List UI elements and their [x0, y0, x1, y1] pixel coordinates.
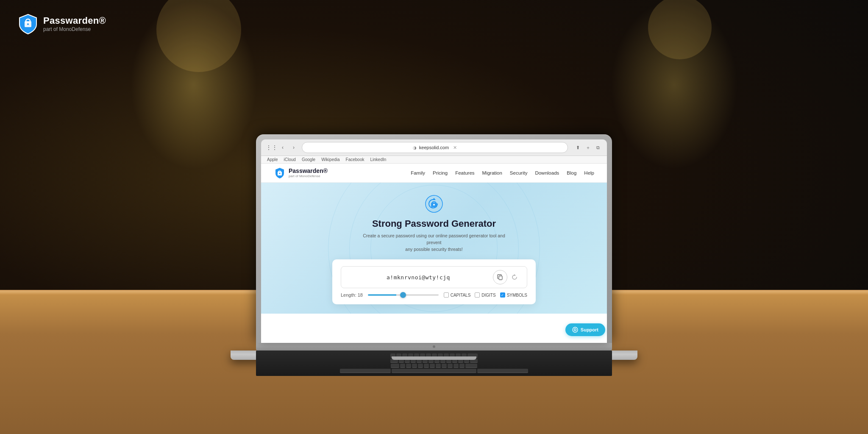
laptop: ⋮⋮ ‹ › ◑ keepsolid.com ✕ ⬆ ＋ ⧉ Apple	[231, 134, 637, 368]
password-field: a!mknrvnoi@wty!cjq	[341, 266, 527, 288]
laptop-screen-outer: ⋮⋮ ‹ › ◑ keepsolid.com ✕ ⬆ ＋ ⧉ Apple	[256, 134, 612, 343]
refresh-button[interactable]	[507, 270, 522, 284]
nav-blog[interactable]: Blog	[567, 170, 576, 175]
capitals-checkbox-item[interactable]: CAPITALS	[444, 292, 471, 298]
watermark-text: Passwarden® part of MonoDefense	[43, 15, 106, 32]
nav-help[interactable]: Help	[584, 170, 594, 175]
nav-features[interactable]: Features	[455, 170, 474, 175]
password-value: a!mknrvnoi@wty!cjq	[346, 274, 490, 281]
copy-button[interactable]	[493, 270, 507, 284]
digits-checkbox-item[interactable]: DIGITS	[475, 292, 495, 298]
tabs-button[interactable]: ⧉	[593, 143, 603, 152]
grid-button[interactable]: ⋮⋮	[267, 143, 276, 152]
site-nav-links: Family Pricing Features Migration Securi…	[411, 170, 594, 175]
support-label: Support	[581, 327, 598, 332]
laptop-bottom-bezel	[256, 343, 612, 351]
pg-controls: Length: 18 CAPITALS DIGITS	[341, 292, 527, 298]
digits-checkbox[interactable]	[475, 292, 480, 298]
length-label: Length: 18	[341, 292, 363, 298]
new-tab-button[interactable]: ＋	[583, 143, 593, 152]
hero-section: Strong Password Generator Create a secur…	[261, 183, 607, 314]
digits-label: DIGITS	[481, 293, 495, 298]
share-button[interactable]: ⬆	[573, 143, 582, 152]
svg-point-12	[574, 329, 576, 331]
nav-migration[interactable]: Migration	[482, 170, 502, 175]
password-generator-widget: a!mknrvnoi@wty!cjq	[332, 259, 536, 304]
hero-subtitle: Create a secure password using our onlin…	[362, 233, 506, 253]
website-content: Passwarden® part of MonoDefense Family P…	[261, 164, 607, 343]
browser-chrome: ⋮⋮ ‹ › ◑ keepsolid.com ✕ ⬆ ＋ ⧉	[261, 139, 607, 156]
laptop-screen: ⋮⋮ ‹ › ◑ keepsolid.com ✕ ⬆ ＋ ⧉ Apple	[261, 139, 607, 343]
svg-point-2	[27, 23, 29, 25]
laptop-camera	[433, 345, 435, 348]
site-nav: Passwarden® part of MonoDefense Family P…	[261, 164, 607, 183]
back-button[interactable]: ‹	[278, 143, 287, 152]
bookmark-apple[interactable]: Apple	[267, 157, 278, 162]
capitals-label: CAPITALS	[451, 293, 471, 298]
nav-pricing[interactable]: Pricing	[433, 170, 448, 175]
bookmark-icloud[interactable]: iCloud	[284, 157, 296, 162]
svg-point-8	[433, 204, 435, 206]
bookmark-linkedin[interactable]: LinkedIn	[370, 157, 386, 162]
capitals-checkbox[interactable]	[444, 292, 449, 298]
symbols-checkbox-item[interactable]: ✓ SYMBOLS	[500, 292, 527, 298]
watermark-logo: Passwarden® part of MonoDefense	[17, 13, 106, 35]
symbols-checkbox[interactable]: ✓	[500, 292, 505, 298]
svg-point-4	[279, 173, 281, 174]
symbols-label: SYMBOLS	[507, 293, 527, 298]
address-icon: ◑	[413, 145, 417, 150]
nav-downloads[interactable]: Downloads	[535, 170, 559, 175]
site-logo-icon	[274, 167, 286, 179]
laptop-base	[231, 351, 637, 360]
bookmark-wikipedia[interactable]: Wikipedia	[321, 157, 339, 162]
bookmark-google[interactable]: Google	[302, 157, 315, 162]
support-button[interactable]: Support	[565, 323, 605, 336]
bookmark-facebook[interactable]: Facebook	[346, 157, 364, 162]
site-logo: Passwarden® part of MonoDefense	[274, 167, 328, 179]
svg-point-11	[573, 327, 578, 332]
checkbox-group: CAPITALS DIGITS ✓ SYMBOLS	[444, 292, 527, 298]
nav-family[interactable]: Family	[411, 170, 425, 175]
browser-nav: ⋮⋮ ‹ ›	[267, 143, 298, 152]
clear-icon: ✕	[453, 145, 457, 150]
keyboard-area	[256, 351, 612, 376]
url-text: keepsolid.com	[419, 145, 449, 150]
address-bar[interactable]: ◑ keepsolid.com ✕	[302, 142, 568, 153]
length-slider[interactable]	[368, 294, 439, 296]
nav-security[interactable]: Security	[510, 170, 528, 175]
watermark-shield-icon	[17, 13, 39, 35]
forward-button[interactable]: ›	[289, 143, 298, 152]
browser-actions: ⬆ ＋ ⧉	[573, 143, 603, 152]
bookmarks-bar: Apple iCloud Google Wikipedia Facebook L…	[261, 156, 607, 164]
svg-rect-9	[499, 276, 502, 280]
site-logo-text: Passwarden® part of MonoDefense	[289, 168, 328, 178]
hero-icon	[425, 195, 443, 213]
hero-title: Strong Password Generator	[274, 218, 594, 229]
